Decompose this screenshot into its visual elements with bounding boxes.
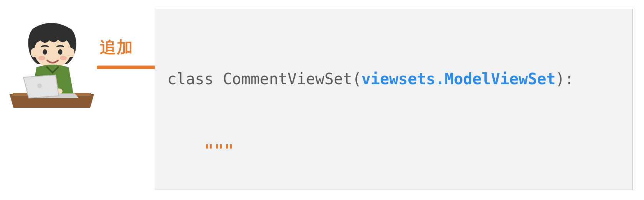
svg-point-5: [58, 49, 63, 55]
code-line-classdef: class CommentViewSet(viewsets.ModelViewS…: [167, 67, 625, 91]
paren-close: ):: [556, 70, 574, 88]
diagram-stage: 追加 class CommentViewSet(viewsets.ModelVi…: [0, 0, 644, 200]
kw-class: class: [167, 70, 213, 88]
annotation-label: 追加: [100, 37, 134, 58]
svg-point-4: [43, 49, 47, 55]
base-class: viewsets.ModelViewSet: [362, 70, 556, 88]
svg-point-2: [31, 48, 37, 57]
paren-open: (: [352, 70, 362, 88]
svg-point-6: [38, 56, 45, 60]
class-name: CommentViewSet: [223, 70, 352, 88]
svg-point-10: [37, 83, 42, 88]
svg-point-3: [68, 48, 74, 57]
person-at-laptop-illustration: [10, 21, 94, 110]
docstring-open: """: [204, 142, 234, 159]
code-block: class CommentViewSet(viewsets.ModelViewS…: [155, 9, 633, 190]
code-line-docopen: """: [167, 138, 625, 162]
svg-point-7: [60, 56, 67, 60]
person-svg: [10, 21, 94, 110]
